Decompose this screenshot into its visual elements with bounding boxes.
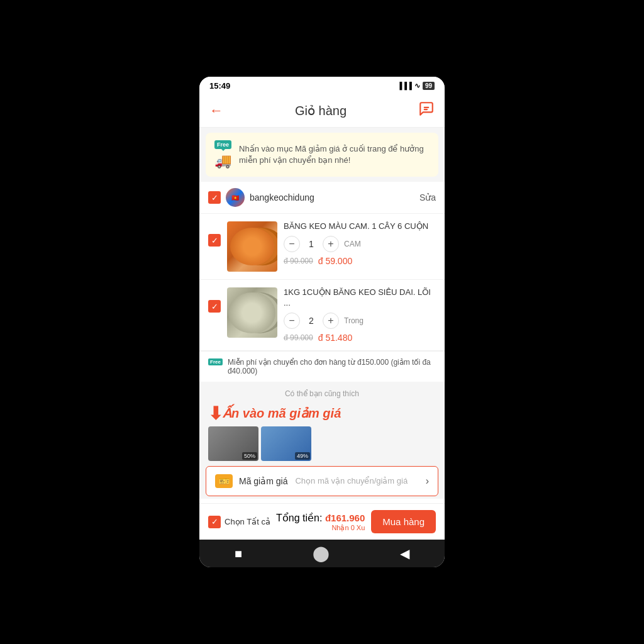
total-label-row: Tổng tiền: đ161.960 [270,512,365,524]
coupon-label: Mã giảm giá [239,476,287,486]
main-content: Free 🚚 Nhấn vào mục Mã giảm giá ở cuối t… [199,128,445,503]
coupon-placeholder: Chọn mã vận chuyển/giảm giá [295,476,425,486]
shop-checkbox[interactable]: ✓ [208,191,221,204]
shipping-notice: Free Miễn phí vận chuyển cho đơn hàng từ… [199,351,445,382]
qty-value-1: 1 [305,239,318,249]
wifi-icon: ∿ [414,82,420,90]
variant-tag-1: CAM [344,240,361,248]
discount-badge-2: 49% [295,452,310,460]
shipping-notice-text: Miễn phí vận chuyển cho đơn hàng từ đ150… [228,358,436,375]
xu-earn: Nhận 0 Xu [270,524,365,532]
shopee-xu-row: $ Bạn chưa có Shopee Xu ? [199,499,445,503]
qty-decrease-1[interactable]: − [284,236,300,252]
product-item-1: ✓ BĂNG KEO MÀU CAM. 1 CÂY 6 CUỘN − 1 + C… [199,214,445,280]
nav-bar: ■ ⬤ ◀ [199,540,445,567]
free-badge: Free [214,140,231,149]
thumbnail-2[interactable]: 49% [261,426,311,461]
qty-row-2: − 2 + Trong [284,313,436,329]
annotation-row: ⬇ Ấn vào mã giảm giá [199,401,445,426]
shop-avatar: 🇻🇳 [226,188,245,207]
signal-icon: ▐▐▐ [397,82,411,89]
edit-button[interactable]: Sửa [419,192,436,203]
nav-home-button[interactable]: ⬤ [313,545,330,562]
total-price: đ161.960 [325,513,365,523]
thumbnail-1[interactable]: 50% [208,426,258,461]
product-image-2 [227,287,277,338]
shop-name: bangkeochidung [250,192,419,203]
product-checkbox-1[interactable]: ✓ [208,234,221,247]
qty-increase-1[interactable]: + [323,236,339,252]
coupon-arrow-icon: › [426,475,429,487]
shop-section: ✓ 🇻🇳 bangkeochidung Sửa ✓ BĂNG KEO MÀU C… [199,182,445,382]
qty-decrease-2[interactable]: − [284,313,300,329]
status-icons: ▐▐▐ ∿ 99 [397,82,435,90]
select-all-label: Chọn Tất cả [225,517,270,526]
time: 15:49 [209,81,230,91]
total-section: Tổng tiền: đ161.960 Nhận 0 Xu [270,512,365,532]
header: ← Giỏ hàng [199,94,445,128]
product-name-1: BĂNG KEO MÀU CAM. 1 CÂY 6 CUỘN [284,221,436,232]
nav-square-button[interactable]: ■ [235,547,242,561]
qty-increase-2[interactable]: + [323,313,339,329]
product-thumbnails: 50% 49% [199,426,445,464]
product-checkbox-2[interactable]: ✓ [208,300,221,313]
bottom-bar: ✓ Chọn Tất cả Tổng tiền: đ161.960 Nhận 0… [199,503,445,540]
product-info-1: BĂNG KEO MÀU CAM. 1 CÂY 6 CUỘN − 1 + CAM… [284,221,436,266]
battery-indicator: 99 [423,82,435,90]
nav-back-button[interactable]: ◀ [400,546,409,561]
discount-badge-1: 50% [242,452,257,460]
arrow-down-icon: ⬇ [208,403,223,424]
product-item-2: ✓ 1KG 1CUỘN BĂNG KEO SIÊU DAI. LÕI ... −… [199,280,445,351]
price-original-1: đ 90.000 [284,257,313,265]
annotation-text: Ấn vào mã giảm giá [223,406,341,421]
free-small-badge: Free [208,358,223,365]
coupon-icon: 🎫 [215,474,233,488]
product-name-2: 1KG 1CUỘN BĂNG KEO SIÊU DAI. LÕI ... [284,287,436,309]
price-row-2: đ 99.000 đ 51.480 [284,333,436,343]
select-all-checkbox[interactable]: ✓ [208,516,221,528]
free-ship-icon: Free 🚚 [214,140,231,169]
page-title: Giỏ hàng [295,103,347,118]
shop-header: ✓ 🇻🇳 bangkeochidung Sửa [199,182,445,214]
product-image-1 [227,221,277,272]
maybe-like-label: Có thể bạn cũng thích [285,389,359,398]
price-sale-2: đ 51.480 [318,333,353,343]
coupon-section[interactable]: 🎫 Mã giảm giá Chọn mã vận chuyển/giảm gi… [206,466,438,496]
variant-tag-2: Trong [344,316,364,325]
buy-button[interactable]: Mua hàng [371,510,436,533]
product-info-2: 1KG 1CUỘN BĂNG KEO SIÊU DAI. LÕI ... − 2… [284,287,436,343]
back-button[interactable]: ← [209,103,223,119]
total-label: Tổng tiền: [276,513,322,523]
maybe-like-section: Có thể bạn cũng thích [199,384,445,401]
chat-button[interactable] [418,101,435,121]
free-shipping-banner: Free 🚚 Nhấn vào mục Mã giảm giá ở cuối t… [206,133,438,177]
price-row-1: đ 90.000 đ 59.000 [284,256,436,266]
banner-text: Nhấn vào mục Mã giảm giá ở cuối trang để… [239,143,430,166]
status-bar: 15:49 ▐▐▐ ∿ 99 [199,77,445,94]
qty-row-1: − 1 + CAM [284,236,436,252]
price-original-2: đ 99.000 [284,333,313,342]
qty-value-2: 2 [305,316,318,326]
price-sale-1: đ 59.000 [318,256,353,266]
coupon-row[interactable]: 🎫 Mã giảm giá Chọn mã vận chuyển/giảm gi… [206,467,438,496]
